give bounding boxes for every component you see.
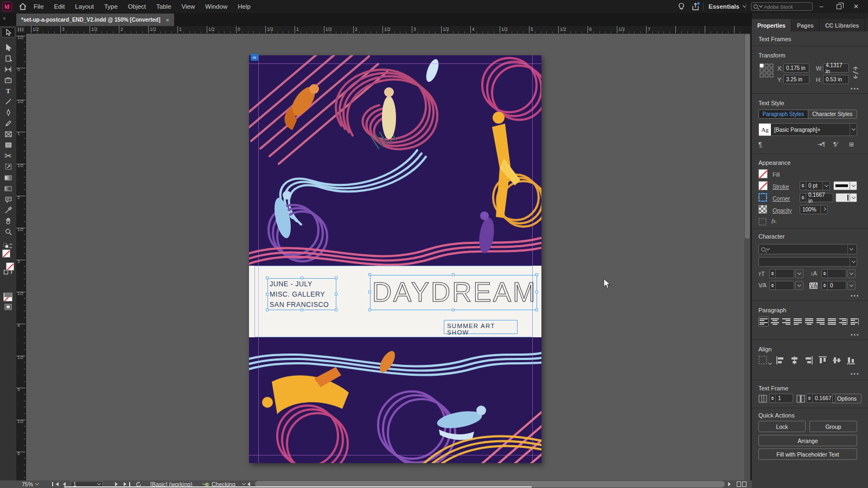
columns-stepper[interactable]: 1 (769, 394, 793, 403)
page-tool[interactable] (1, 53, 15, 63)
share-icon[interactable] (691, 2, 700, 11)
line-tool[interactable] (1, 97, 15, 107)
font-style-dropdown[interactable] (758, 257, 857, 267)
document-canvas[interactable]: ∞ (26, 34, 744, 480)
subtitle-text-frame[interactable]: SUMMER ART SHOW (444, 320, 518, 334)
eyedropper-tool[interactable] (1, 205, 15, 215)
corner-shape-dropdown[interactable] (835, 193, 857, 202)
selection-handle[interactable] (535, 309, 538, 311)
align-left-edges-button[interactable] (776, 356, 785, 365)
selection-tool[interactable] (1, 27, 15, 37)
zoom-level-dropdown[interactable]: 75% (22, 480, 39, 488)
corner-label[interactable]: Corner (773, 195, 790, 202)
stroke-swatch[interactable] (758, 181, 768, 190)
pencil-tool[interactable] (1, 118, 15, 129)
close-tab-icon[interactable]: × (165, 17, 169, 23)
align-right-edges-button[interactable] (804, 356, 813, 365)
text-frame-options-button[interactable]: Options (832, 394, 861, 403)
paragraph-more-options[interactable] (851, 332, 860, 338)
align-to-dropdown[interactable] (758, 356, 770, 365)
stroke-label[interactable]: Stroke (773, 183, 789, 190)
selection-handle[interactable] (266, 277, 269, 279)
clear-overrides-icon[interactable]: ¶⁄ (833, 141, 838, 147)
stroke-weight-stepper[interactable]: 0 pt (800, 181, 830, 190)
font-size-stepper[interactable] (769, 269, 794, 278)
minimize-button[interactable]: – (814, 0, 829, 13)
align-away-spine-button[interactable] (850, 317, 860, 326)
selection-handle[interactable] (368, 309, 371, 311)
vertical-scrollbar[interactable] (744, 34, 750, 480)
kerning-dropdown[interactable] (795, 281, 803, 290)
group-button[interactable]: Group (809, 421, 857, 432)
adobe-stock-search-input[interactable]: Adobe Stock (751, 2, 813, 11)
gradient-swatch-tool[interactable] (1, 172, 15, 183)
title-text-frame[interactable]: DAYDREAM (370, 275, 537, 310)
menu-item-6[interactable]: View (182, 3, 195, 10)
zoom-tool[interactable] (1, 227, 15, 237)
free-transform-tool[interactable] (1, 162, 15, 172)
tab-properties[interactable]: Properties (752, 19, 792, 31)
menu-item-0[interactable]: File (34, 3, 44, 10)
type-tool[interactable]: T (1, 86, 15, 96)
tracking-dropdown[interactable] (847, 281, 856, 290)
selection-handle[interactable] (266, 309, 269, 311)
ruler-corner[interactable] (16, 26, 26, 34)
menu-item-1[interactable]: Edit (54, 3, 65, 10)
menu-item-2[interactable]: Layout (75, 3, 94, 10)
opacity-label[interactable]: Opacity (773, 207, 792, 214)
pen-tool[interactable] (1, 107, 15, 118)
close-window-button[interactable]: ✕ (848, 0, 864, 13)
hand-tool[interactable] (1, 216, 15, 226)
stroke-swatch-none[interactable] (6, 262, 14, 271)
justify-last-right-button[interactable] (815, 317, 826, 326)
fx-label[interactable]: fx. (771, 218, 777, 224)
gap-tool[interactable] (1, 64, 15, 74)
hscroll-right-arrow[interactable] (728, 480, 731, 488)
paragraph-style-dropdown[interactable]: Ag [Basic Paragraph]+ (758, 123, 857, 136)
character-more-options[interactable] (851, 293, 860, 299)
selection-handle[interactable] (368, 291, 371, 293)
tab-paragraph-styles[interactable]: Paragraph Styles (759, 110, 808, 118)
corner-options-icon[interactable] (758, 193, 767, 202)
constrain-proportions-broken-link-icon[interactable] (852, 66, 859, 79)
selection-handle[interactable] (301, 277, 303, 279)
transform-more-options[interactable] (851, 86, 860, 92)
align-towards-spine-button[interactable] (838, 317, 848, 326)
vertical-scrollbar-thumb[interactable] (745, 34, 750, 239)
arrange-button[interactable]: Arrange (758, 435, 857, 446)
tab-overflow-icon[interactable]: » (3, 15, 5, 21)
align-center-button[interactable] (770, 317, 780, 326)
font-size-dropdown[interactable] (795, 269, 803, 278)
eyebrow-text-frame[interactable]: JUNE - JULY MISC. GALLERY SAN FRANCISCO (267, 278, 336, 310)
leading-stepper[interactable] (821, 269, 846, 278)
apply-gradient-icon[interactable] (1, 290, 15, 300)
selection-handle[interactable] (335, 293, 337, 296)
x-field[interactable]: 0.175 in (783, 63, 809, 73)
align-bottom-edges-button[interactable] (846, 356, 856, 365)
selection-handle[interactable] (335, 309, 337, 311)
rectangle-frame-tool[interactable] (1, 129, 15, 139)
first-page-button[interactable] (52, 480, 59, 488)
document-tab[interactable]: *set-up-a-postcard_END_V2.indd @ 150% [C… (16, 14, 174, 26)
indesign-logo-icon[interactable]: Id (2, 2, 12, 11)
tab-character-styles[interactable]: Character Styles (808, 110, 857, 118)
gutter-stepper[interactable]: 0.1667 (806, 394, 835, 403)
screen-mode-icon[interactable] (1, 301, 15, 312)
font-family-search[interactable] (758, 244, 857, 254)
kerning-stepper[interactable] (769, 281, 794, 290)
reference-point-grid[interactable] (760, 63, 774, 78)
restore-button[interactable] (831, 0, 846, 13)
learn-bulb-icon[interactable] (677, 2, 686, 11)
home-icon[interactable] (18, 2, 27, 11)
menu-item-7[interactable]: Window (205, 3, 227, 10)
menu-item-3[interactable]: Type (104, 3, 118, 10)
paragraph-mark-icon[interactable]: ¶. (758, 141, 763, 149)
tab-pages[interactable]: Pages (792, 19, 820, 31)
fill-swatch-none[interactable] (2, 249, 10, 258)
selection-handle[interactable] (535, 273, 538, 276)
menu-item-4[interactable]: Object (128, 3, 146, 10)
redefine-style-icon[interactable]: ⇥¶ (817, 141, 825, 148)
opacity-field[interactable]: 100% (800, 205, 828, 214)
window-bottom-scroll-line[interactable] (64, 486, 532, 487)
leading-dropdown[interactable] (847, 269, 856, 278)
